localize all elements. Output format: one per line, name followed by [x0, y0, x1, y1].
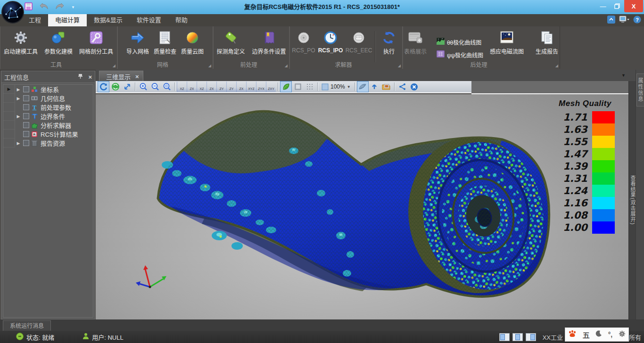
close-button[interactable]: X — [624, 0, 643, 12]
mesh-partition-tool-button[interactable]: 网格剖分工具 — [77, 27, 116, 55]
ime-settings-gear-icon[interactable] — [619, 330, 626, 339]
expand-arrow-icon[interactable]: ▶ — [15, 114, 22, 119]
points-grid-icon[interactable] — [304, 81, 315, 92]
pin-icon[interactable] — [78, 73, 83, 81]
import-mesh-button[interactable]: 导入网格 — [124, 27, 151, 55]
cancel-circle-icon[interactable] — [408, 81, 420, 92]
display-mode-icon[interactable] — [619, 16, 629, 25]
user-text: 用户: NULL — [92, 333, 123, 342]
restore-button[interactable] — [610, 0, 624, 12]
checkbox[interactable] — [23, 122, 29, 128]
layout-center-button[interactable] — [512, 333, 523, 341]
tab-system-messages[interactable]: 系统运行消息 — [3, 320, 51, 331]
tree-row-boundary-conditions[interactable]: ▶ 边界条件 — [3, 112, 93, 121]
group-launcher-icon[interactable]: ◢ — [113, 64, 116, 68]
theta-polarization-curve-button[interactable]: θθ极化曲线图 — [437, 38, 483, 47]
group-launcher-icon[interactable]: ◢ — [285, 64, 288, 68]
undo-icon[interactable] — [39, 3, 49, 11]
axis-view-icon[interactable]: ZY — [226, 82, 236, 92]
psi-polarization-curve-button[interactable]: ψψ极化曲线图 — [437, 50, 483, 59]
tab-list-dropdown-icon[interactable]: ▼ — [621, 73, 626, 78]
tree-row-coordinate-system[interactable]: ▶ ▶ 坐标系 — [3, 85, 93, 94]
legend-color-swatch — [592, 172, 615, 185]
axis-triad — [136, 265, 166, 288]
tab-settings[interactable]: 软件设置 — [130, 14, 168, 26]
layout-left-button[interactable] — [499, 333, 510, 341]
expand-arrow-icon[interactable]: ▶ — [15, 141, 22, 146]
zoom-level-selector[interactable]: 100% ▼ — [320, 83, 353, 90]
redo-icon[interactable] — [55, 3, 65, 11]
help-icon[interactable]: ? — [633, 16, 641, 25]
wireframe-box-icon[interactable] — [292, 81, 304, 92]
checkbox[interactable] — [23, 140, 29, 146]
checkbox[interactable] — [23, 131, 29, 137]
quick-access-more-icon[interactable]: ▼ — [71, 5, 75, 9]
ime-logo-paw-icon[interactable] — [568, 330, 577, 339]
tree-row-preprocess-params[interactable]: T 前处理参数 — [3, 103, 93, 112]
parametric-modeling-button[interactable]: 参数化建模 — [41, 27, 76, 55]
psi-chart-icon — [437, 50, 445, 59]
close-panel-icon[interactable]: × — [88, 74, 92, 81]
checkbox[interactable] — [23, 113, 29, 119]
axis-view-icon[interactable]: ZX — [236, 82, 246, 92]
checkbox[interactable] — [23, 86, 29, 92]
boundary-condition-button[interactable]: 边界条件设置 — [249, 27, 289, 55]
layout-right-button[interactable] — [526, 333, 536, 341]
legend-color-swatch — [592, 160, 615, 172]
import-view-arrow-icon[interactable] — [369, 81, 380, 92]
expand-arrow-icon[interactable]: ▶ — [15, 87, 22, 92]
close-tab-icon[interactable]: × — [135, 73, 139, 80]
group-launcher-icon[interactable]: ◢ — [208, 64, 211, 68]
axis-view-icon[interactable]: XYZ — [246, 82, 256, 92]
pan-zoom-arrow-icon[interactable] — [121, 81, 133, 92]
save-icon[interactable] — [25, 2, 33, 12]
tab-3d-display[interactable]: 三维显示 × — [99, 71, 143, 82]
company-text-left: XX工业 — [543, 333, 563, 342]
tree-row-geometry-info[interactable]: ▶ 几何信息 — [3, 94, 93, 103]
quality-check-button[interactable]: 质量检查 — [152, 27, 178, 55]
axis-view-icon[interactable]: ZXY — [266, 82, 276, 92]
ime-moon-icon[interactable] — [595, 330, 602, 339]
launch-modeling-tool-button[interactable]: 启动建模工具 — [1, 27, 40, 55]
probe-angle-button[interactable]: 探测角定义 — [214, 27, 248, 55]
tree-row-report-resources[interactable]: ▶ 报告资源 — [3, 139, 93, 147]
minimize-button[interactable]: — — [596, 0, 610, 12]
building-icon — [31, 139, 38, 147]
share-nodes-icon[interactable] — [396, 81, 408, 92]
axis-view-icon[interactable]: XZ — [177, 82, 187, 92]
zoom-fit-icon[interactable] — [161, 81, 173, 92]
tab-property-info[interactable]: 属性信息 — [636, 74, 644, 106]
shaded-view-leaf-icon[interactable] — [280, 81, 292, 92]
tab-help[interactable]: 帮助 — [168, 14, 195, 26]
app-logo[interactable] — [1, 1, 24, 24]
zoom-in-icon[interactable] — [137, 81, 149, 92]
refresh-view-icon[interactable] — [109, 81, 121, 92]
expand-arrow-icon[interactable]: ▶ — [15, 96, 22, 101]
tree-row-analysis-solver[interactable]: 分析求解器 — [3, 121, 93, 130]
axis-view-icon[interactable]: ZY — [216, 82, 226, 92]
tab-em-computation[interactable]: 电磁计算 — [48, 14, 87, 26]
quality-cloud-button[interactable]: 质量云图 — [179, 27, 206, 55]
checkbox[interactable] — [23, 104, 29, 110]
results-collapsed-strip[interactable]: 查看结果(双击展开) — [628, 81, 636, 331]
group-launcher-icon[interactable]: ◢ — [555, 64, 558, 68]
project-panel-title: 工程信息 — [4, 73, 78, 82]
ribbon-group-postprocess: 表格展示 θθ极化曲线图 ψψ极化曲线图 — [403, 26, 560, 69]
axis-view-icon[interactable]: ZX — [187, 82, 197, 92]
axis-view-icon[interactable]: ZX — [206, 82, 216, 92]
tree-row-rcs-results[interactable]: R RCS计算结果 — [3, 130, 93, 139]
axis-view-icon[interactable]: XZ — [197, 82, 206, 92]
collapse-ribbon-icon[interactable] — [607, 16, 615, 25]
tab-engineering[interactable]: 工程 — [22, 14, 48, 26]
viewport-3d[interactable]: Mesh Quality 1.71 1.63 1.55 1.47 1.39 1.… — [96, 94, 628, 331]
legend-value: 1.55 — [547, 136, 592, 147]
snapshot-folder-icon[interactable] — [380, 81, 392, 92]
zoom-out-icon[interactable] — [149, 81, 161, 92]
rotate-view-icon[interactable] — [98, 81, 109, 92]
ime-mode-indicator[interactable]: 五 — [583, 330, 590, 340]
ime-punctuation-indicator[interactable]: °, — [608, 331, 613, 338]
tab-data-display[interactable]: 数据&显示 — [87, 14, 130, 26]
mesh-display-icon[interactable] — [357, 81, 369, 92]
checkbox[interactable] — [23, 95, 29, 101]
axis-view-icon[interactable]: ZYX — [256, 82, 266, 92]
